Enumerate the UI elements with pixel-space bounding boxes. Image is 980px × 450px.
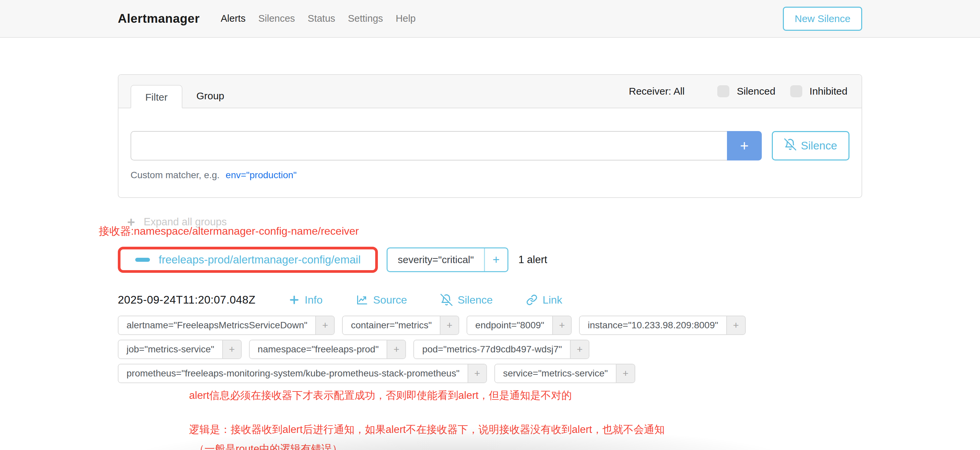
- label-tag-text: job="metrics-service": [118, 340, 222, 358]
- inhibited-checkbox[interactable]: [790, 85, 802, 97]
- label-tag-text: service="metrics-service": [495, 364, 616, 382]
- add-matcher-button[interactable]: +: [727, 131, 762, 160]
- label-tag: namespace="freeleaps-prod" +: [249, 340, 406, 359]
- label-tag: job="metrics-service" +: [118, 340, 242, 359]
- filter-panel: Filter Group Receiver: All Silenced Inhi…: [118, 74, 862, 198]
- matcher-input[interactable]: [130, 131, 727, 160]
- link-icon: [526, 294, 538, 306]
- label-tag-text: pod="metrics-77d9cdb497-wdsj7": [414, 340, 570, 358]
- label-tag: alertname="FreeleapsMetricsServiceDown" …: [118, 315, 335, 335]
- label-tag-text: alertname="FreeleapsMetricsServiceDown": [118, 316, 315, 334]
- label-tag-add-button[interactable]: +: [726, 316, 745, 334]
- matcher-example-link[interactable]: env="production": [226, 170, 296, 181]
- annotation-receiver-note: 接收器:namespace/altermanager-config-name/r…: [99, 224, 862, 239]
- label-tag: pod="metrics-77d9cdb497-wdsj7" +: [414, 340, 589, 359]
- label-tag: endpoint="8009" +: [466, 315, 572, 335]
- new-silence-button[interactable]: New Silence: [783, 7, 862, 31]
- nav-item-help[interactable]: Help: [396, 13, 416, 24]
- filter-panel-body: + Silence Custom m: [118, 108, 862, 197]
- alert-info-label: Info: [305, 294, 322, 306]
- nav-item-status[interactable]: Status: [308, 13, 335, 24]
- navbar: Alertmanager Alerts Silences Status Sett…: [0, 0, 980, 38]
- app-brand: Alertmanager: [118, 12, 200, 26]
- silenced-checkbox-group[interactable]: Silenced: [717, 85, 775, 97]
- label-tag-text: prometheus="freeleaps-monitoring-system/…: [118, 364, 468, 382]
- alert-link-label: Link: [542, 294, 562, 306]
- tab-filter[interactable]: Filter: [130, 85, 182, 108]
- group-matcher-label: severity="critical": [388, 249, 484, 271]
- annotation-route-note: （一般是route中的逻辑有错误）: [194, 442, 862, 450]
- alert-generator-link[interactable]: Link: [526, 294, 562, 306]
- nav-item-alerts[interactable]: Alerts: [221, 13, 246, 24]
- silence-from-filter-button[interactable]: Silence: [772, 131, 850, 160]
- label-tag-add-button[interactable]: +: [616, 364, 635, 382]
- silenced-checkbox[interactable]: [717, 85, 729, 97]
- alert-labels: alertname="FreeleapsMetricsServiceDown" …: [118, 315, 862, 383]
- label-tag: service="metrics-service" +: [494, 364, 635, 383]
- nav-item-settings[interactable]: Settings: [348, 13, 383, 24]
- bell-slash-icon: [441, 294, 452, 306]
- label-tag-add-button[interactable]: +: [552, 316, 571, 334]
- label-tag-add-button[interactable]: +: [222, 340, 241, 358]
- label-tag-add-button[interactable]: +: [440, 316, 458, 334]
- main-content: Filter Group Receiver: All Silenced Inhi…: [118, 74, 862, 450]
- chart-icon: [356, 294, 368, 306]
- red-annotation-box: freeleaps-prod/alertmanager-config/email: [118, 247, 378, 273]
- tab-group[interactable]: Group: [182, 84, 238, 108]
- alert-count-label: 1 alert: [519, 254, 547, 266]
- label-tag-text: instance="10.233.98.209:8009": [580, 316, 726, 334]
- filter-panel-tabs: Filter Group Receiver: All Silenced Inhi…: [118, 75, 862, 108]
- label-tag: container="metrics" +: [342, 315, 459, 335]
- annotation-alert-note: alert信息必须在接收器下才表示配置成功，否则即使能看到alert，但是通知是…: [189, 388, 862, 402]
- label-tag-text: namespace="freeleaps-prod": [250, 340, 387, 358]
- alert-timestamp: 2025-09-24T11:20:07.048Z: [118, 293, 255, 306]
- nav-item-silences[interactable]: Silences: [258, 13, 295, 24]
- group-matcher-tag: severity="critical" +: [387, 247, 508, 272]
- inhibited-checkbox-label: Inhibited: [810, 86, 848, 97]
- annotation-logic-note: 逻辑是：接收器收到alert后进行通知，如果alert不在接收器下，说明接收器没…: [189, 423, 862, 437]
- receiver-filter-label[interactable]: Receiver: All: [629, 86, 685, 97]
- group-matcher-add-button[interactable]: +: [484, 249, 508, 271]
- alert-info-button[interactable]: Info: [289, 294, 322, 306]
- label-tag-text: endpoint="8009": [467, 316, 552, 334]
- bell-slash-icon: [784, 138, 796, 153]
- alert-source-label: Source: [373, 294, 407, 306]
- label-tag-add-button[interactable]: +: [570, 340, 589, 358]
- label-tag-text: container="metrics": [343, 316, 440, 334]
- plus-icon: [289, 295, 299, 305]
- inhibited-checkbox-group[interactable]: Inhibited: [790, 85, 848, 97]
- label-tag-add-button[interactable]: +: [468, 364, 486, 382]
- silence-button-label: Silence: [801, 139, 837, 152]
- alert-source-link[interactable]: Source: [356, 294, 407, 306]
- collapse-group-icon[interactable]: [135, 258, 150, 262]
- custom-matcher-hint: Custom matcher, e.g.: [130, 170, 220, 181]
- silenced-checkbox-label: Silenced: [737, 86, 775, 97]
- alert-silence-button[interactable]: Silence: [441, 294, 493, 306]
- group-receiver-name[interactable]: freeleaps-prod/alertmanager-config/email: [159, 254, 361, 266]
- label-tag: prometheus="freeleaps-monitoring-system/…: [118, 364, 487, 383]
- label-tag: instance="10.233.98.209:8009" +: [579, 315, 746, 335]
- label-tag-add-button[interactable]: +: [387, 340, 405, 358]
- alert-silence-label: Silence: [458, 294, 493, 306]
- label-tag-add-button[interactable]: +: [315, 316, 334, 334]
